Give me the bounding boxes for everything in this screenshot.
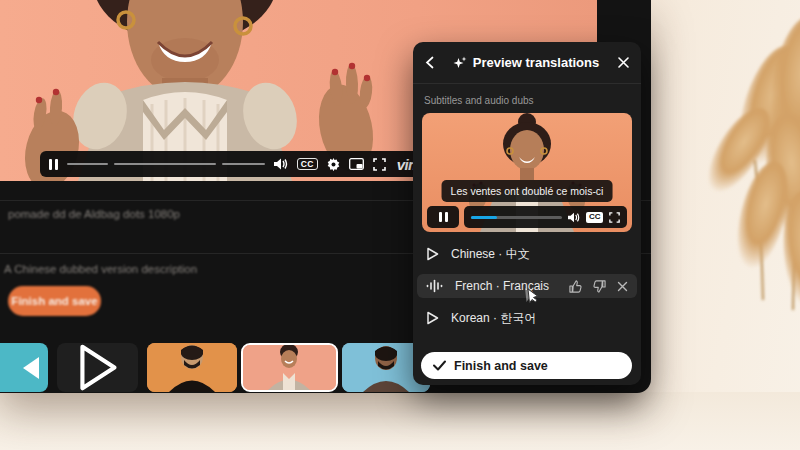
remove-icon[interactable]	[617, 281, 628, 292]
panel-subtitle: Subtitles and audio dubs	[424, 95, 534, 106]
speaker-man-orange	[147, 343, 237, 392]
thumbnail-back-arrow[interactable]	[0, 343, 48, 392]
thumbs-up-icon[interactable]	[569, 280, 582, 293]
finish-and-save-button[interactable]: Finish and save	[421, 352, 632, 379]
language-row-french[interactable]: French · Français	[417, 274, 637, 298]
close-icon	[618, 57, 629, 68]
thumbnail-speaker-orange[interactable]	[147, 343, 237, 392]
volume-icon[interactable]	[274, 158, 288, 170]
blurred-description-text: A Chinese dubbed version description	[4, 263, 197, 275]
play-icon	[426, 247, 439, 261]
language-row-korean[interactable]: Korean · 한국어	[417, 306, 637, 330]
pip-icon[interactable]	[349, 158, 364, 170]
back-arrow-icon	[23, 357, 39, 379]
settings-gear-icon[interactable]	[327, 158, 340, 171]
check-icon	[433, 360, 446, 371]
language-label: Korean · 한국어	[451, 310, 536, 327]
speaker-woman-peach	[243, 345, 336, 390]
back-chevron-icon	[425, 56, 434, 69]
video-control-bar: CC vimeo	[40, 151, 446, 177]
preview-translations-panel: Preview translations Subtitles and audio…	[413, 42, 641, 385]
language-row-chinese[interactable]: Chinese · 中文	[417, 242, 637, 266]
mini-volume-icon[interactable]	[568, 212, 580, 223]
cc-toggle[interactable]: CC	[297, 158, 318, 171]
finish-button-label: Finish and save	[454, 359, 548, 373]
thumbnail-play[interactable]	[57, 343, 138, 392]
pampas-plant-decoration	[643, 0, 800, 320]
progress-bar[interactable]	[67, 163, 265, 165]
mini-progress-bar[interactable]	[471, 216, 562, 219]
mini-fullscreen-icon[interactable]	[609, 212, 620, 223]
close-button[interactable]	[618, 57, 629, 68]
language-label: French · Français	[455, 279, 549, 293]
fullscreen-icon[interactable]	[373, 158, 386, 171]
thumbs-down-icon[interactable]	[593, 280, 606, 293]
mini-cc-toggle[interactable]: CC	[586, 212, 603, 223]
mini-player-controls: CC	[427, 206, 627, 228]
play-icon	[426, 311, 439, 325]
panel-header: Preview translations	[413, 42, 641, 84]
background-orange-button[interactable]: Finish and save	[8, 286, 101, 316]
pause-icon[interactable]	[49, 159, 58, 170]
blurred-filename-text: pomade dd de Aldbag dots 1080p	[8, 208, 180, 220]
desk-surface	[0, 392, 800, 450]
mini-pause-button[interactable]	[427, 206, 459, 228]
thumbnail-speaker-selected[interactable]	[241, 343, 338, 392]
subtitle-caption: Les ventes ont doublé ce mois-ci	[442, 180, 613, 202]
sparkles-icon	[453, 56, 467, 70]
mini-preview-player[interactable]: Les ventes ont doublé ce mois-ci CC	[422, 113, 632, 232]
play-outline-icon	[57, 343, 138, 392]
language-list: Chinese · 中文 French · Français	[417, 242, 637, 330]
panel-title: Preview translations	[473, 55, 599, 70]
back-button[interactable]	[425, 56, 434, 69]
language-label: Chinese · 中文	[451, 246, 530, 263]
waveform-icon	[426, 279, 443, 293]
